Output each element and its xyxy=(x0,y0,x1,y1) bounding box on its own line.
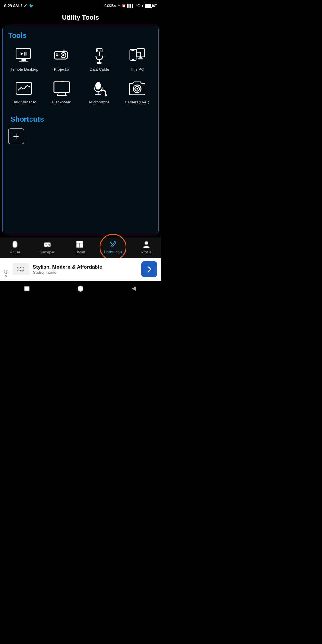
ad-logo-area: godrejinterio Stylish, Modern & Affordab… xyxy=(13,263,102,275)
notification-icon: 🐦 xyxy=(29,4,34,8)
microphone-label: Microphone xyxy=(89,100,109,105)
active-circle xyxy=(100,234,126,261)
svg-rect-30 xyxy=(61,80,63,82)
ad-close-icon[interactable]: ✕ xyxy=(4,274,8,278)
svg-point-43 xyxy=(49,244,50,245)
android-square-button[interactable] xyxy=(23,285,31,292)
svg-rect-23 xyxy=(138,58,143,59)
ad-info-icon[interactable]: i xyxy=(4,270,8,274)
network-speed: 0.0KB/s xyxy=(104,4,116,7)
signal-icon: ▌▌▌ xyxy=(127,4,134,7)
svg-rect-19 xyxy=(131,50,134,51)
svg-rect-9 xyxy=(56,54,58,55)
svg-line-28 xyxy=(65,92,66,96)
tool-remote-desktop[interactable]: Remote Desktop xyxy=(6,44,42,74)
svg-rect-18 xyxy=(130,49,136,60)
svg-point-31 xyxy=(95,82,101,89)
tool-data-cable[interactable]: Data Cable xyxy=(81,44,118,74)
projector-icon xyxy=(52,47,71,65)
svg-rect-15 xyxy=(97,62,102,64)
layout-icon xyxy=(75,240,84,249)
bottom-nav: Mouse Gamepad Layout xyxy=(0,237,161,258)
svg-rect-25 xyxy=(16,82,32,94)
ad-close-area: i ✕ xyxy=(4,270,8,278)
android-back-button[interactable] xyxy=(130,285,138,292)
svg-marker-3 xyxy=(21,52,23,55)
task-manager-icon xyxy=(14,80,33,97)
svg-point-49 xyxy=(145,242,148,245)
svg-rect-5 xyxy=(26,52,27,56)
blackboard-icon xyxy=(52,80,71,97)
ad-content: Stylish, Modern & Affordable Godrej Inte… xyxy=(33,264,102,275)
facebook-icon: f xyxy=(21,4,22,8)
svg-rect-26 xyxy=(54,82,69,92)
svg-rect-10 xyxy=(56,55,58,56)
ad-subtitle: Godrej Interio xyxy=(33,270,102,275)
tool-microphone[interactable]: Microphone xyxy=(81,77,118,107)
microphone-icon xyxy=(90,80,109,97)
svg-marker-52 xyxy=(132,287,136,291)
page-title: Utility Tools xyxy=(0,11,161,26)
status-right: 0.0KB/s ✲ ⏰ ▌▌▌ 4G ▾ 87 xyxy=(104,4,157,8)
data-cable-label: Data Cable xyxy=(90,67,109,72)
ad-title: Stylish, Modern & Affordable xyxy=(33,264,102,270)
ad-arrow-button[interactable] xyxy=(141,261,157,277)
status-left: 8:28 AM f ✓ 🐦 xyxy=(4,4,34,8)
nav-item-profile[interactable]: Profile xyxy=(141,240,151,254)
camera-uvc-icon xyxy=(128,80,147,97)
projector-label: Projector xyxy=(54,67,69,72)
ad-logo-text: godrejinterio xyxy=(17,266,24,272)
svg-rect-24 xyxy=(137,52,140,57)
tool-camera-uvc[interactable]: Camera(UVC) xyxy=(119,77,156,107)
ad-logo: godrejinterio xyxy=(13,263,29,275)
tools-section-title: Tools xyxy=(6,31,155,40)
svg-point-51 xyxy=(78,286,83,291)
shortcuts-section: Shortcuts + xyxy=(6,115,155,144)
nav-item-layout[interactable]: Layout xyxy=(74,240,85,254)
alarm-icon: ⏰ xyxy=(122,4,126,8)
nav-item-gamepad[interactable]: Gamepad xyxy=(39,240,55,254)
tool-blackboard[interactable]: Blackboard xyxy=(44,77,80,107)
battery-icon: 87 xyxy=(145,4,157,8)
mouse-icon xyxy=(10,240,19,249)
svg-rect-4 xyxy=(24,52,25,56)
android-home-button[interactable] xyxy=(77,285,84,292)
main-card: Tools Remote Desktop xyxy=(2,26,159,234)
svg-rect-1 xyxy=(22,59,26,61)
wifi-icon: ▾ xyxy=(142,4,143,8)
bluetooth-icon: ✲ xyxy=(117,4,120,8)
network-type: 4G xyxy=(136,4,140,7)
profile-icon xyxy=(142,240,151,249)
svg-point-32 xyxy=(105,94,107,96)
task-manager-label: Task Manager xyxy=(12,100,36,105)
camera-uvc-label: Camera(UVC) xyxy=(125,100,149,105)
svg-rect-50 xyxy=(24,286,29,291)
tool-task-manager[interactable]: Task Manager xyxy=(6,77,42,107)
this-pc-icon xyxy=(128,47,147,65)
blackboard-label: Blackboard xyxy=(52,100,71,105)
time-display: 8:28 AM xyxy=(4,4,19,8)
data-cable-icon xyxy=(90,47,109,65)
nav-label-mouse: Mouse xyxy=(10,250,20,254)
svg-rect-11 xyxy=(63,49,64,51)
remote-desktop-label: Remote Desktop xyxy=(10,67,38,72)
tools-grid: Remote Desktop Projector xyxy=(6,44,155,107)
android-nav-bar xyxy=(0,281,161,298)
svg-point-8 xyxy=(62,54,64,56)
nav-label-layout: Layout xyxy=(74,250,85,254)
add-shortcut-button[interactable]: + xyxy=(8,128,24,144)
svg-point-37 xyxy=(136,88,138,90)
svg-rect-0 xyxy=(16,49,31,59)
tool-projector[interactable]: Projector xyxy=(44,44,80,74)
tool-this-pc[interactable]: This PC xyxy=(119,44,156,74)
nav-item-mouse[interactable]: Mouse xyxy=(10,240,20,254)
check-icon: ✓ xyxy=(24,4,27,8)
svg-line-27 xyxy=(57,92,58,96)
this-pc-label: This PC xyxy=(130,67,144,72)
nav-item-utility-tools[interactable]: Utility Tools xyxy=(104,240,122,254)
gamepad-icon xyxy=(43,240,52,249)
ad-banner[interactable]: i ✕ godrejinterio Stylish, Modern & Affo… xyxy=(0,258,161,281)
add-icon: + xyxy=(13,131,19,142)
svg-rect-2 xyxy=(19,61,28,62)
svg-point-42 xyxy=(48,244,49,245)
